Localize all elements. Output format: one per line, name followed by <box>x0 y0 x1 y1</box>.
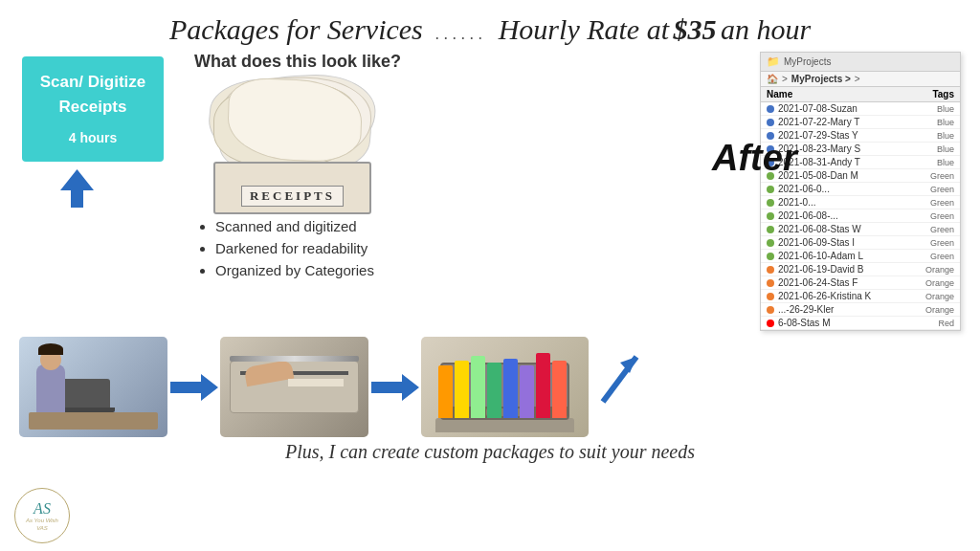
fb-row-tag: Green <box>930 198 954 208</box>
fb-row-dot <box>767 293 774 300</box>
logo-circle: AS As You Wish VAS <box>14 488 70 543</box>
fb-row-tag: Green <box>930 185 954 194</box>
footer: Plus, I can create custom packages to su… <box>0 437 980 463</box>
header-dots: ...... <box>434 24 486 43</box>
fb-row-dot <box>767 266 774 274</box>
fb-file-row[interactable]: ...-26-29-Kler Orange <box>761 303 960 317</box>
right-arrow-icon-1 <box>170 374 218 401</box>
header-packages: Packages for Services <box>169 13 423 45</box>
bullet-section: Scanned and digitized Darkened for reada… <box>185 218 374 284</box>
fb-file-row[interactable]: 2021-06-24-Stas F Orange <box>761 276 960 290</box>
fb-row-name: ...-26-29-Kler <box>778 304 925 315</box>
what-does-label: What does this look like? <box>194 52 401 72</box>
file-browser: 📁 MyProjects 🏠 > MyProjects > > Name Tag… <box>760 52 961 331</box>
fb-row-dot <box>767 253 774 260</box>
fb-row-name: 2021-08-23-Mary S <box>778 143 937 154</box>
service-name-line1: Scan/ Digitize <box>33 70 152 95</box>
fb-row-name: 2021-05-08-Dan M <box>778 170 930 181</box>
fb-row-dot <box>767 199 774 207</box>
fb-row-dot <box>767 226 774 233</box>
center-section: What does this look like? RECEIPTS Scann… <box>185 52 752 331</box>
fb-title-text: MyProjects <box>784 56 831 67</box>
fb-row-tag: Orange <box>925 305 954 315</box>
receipts-visual: RECEIPTS <box>194 76 395 214</box>
header-hourly: Hourly Rate at <box>499 13 669 45</box>
fb-row-name: 2021-07-08-Suzan <box>778 103 937 114</box>
breadcrumb-chevron: > <box>855 74 860 84</box>
fb-file-row[interactable]: 2021-06-08-Stas W Green <box>761 223 960 236</box>
teal-service-box: Scan/ Digitize Receipts 4 hours <box>22 56 164 162</box>
fb-titlebar: 📁 MyProjects <box>761 53 960 72</box>
fb-row-tag: Orange <box>925 292 954 301</box>
bullet-item-3: Organized by Categories <box>215 262 374 278</box>
fb-file-row[interactable]: 2021-0... Green <box>761 196 960 209</box>
fb-row-dot <box>767 186 774 193</box>
fb-row-name: 2021-06-26-Kristina K <box>778 291 925 301</box>
fb-file-row[interactable]: 2021-06-08-... Green <box>761 209 960 223</box>
fb-row-tag: Green <box>930 238 954 248</box>
fb-row-tag: Blue <box>937 144 954 154</box>
col-name: Name <box>767 89 792 99</box>
fb-row-name: 2021-08-31-Andy T <box>778 157 937 167</box>
fb-row-tag: Green <box>930 171 954 181</box>
fb-file-row[interactable]: 2021-06-19-David B Orange <box>761 263 960 276</box>
down-arrow-icon <box>60 169 94 208</box>
fb-breadcrumb: 🏠 > MyProjects > > <box>761 72 960 87</box>
fb-row-name: 2021-06-0... <box>778 184 930 194</box>
down-arrow <box>60 169 94 211</box>
fb-row-dot <box>767 279 774 287</box>
arrow-right-1 <box>167 374 220 401</box>
fb-row-tag: Blue <box>937 118 954 127</box>
scanner-photo <box>220 337 368 437</box>
fb-row-dot <box>767 239 774 247</box>
logo-initials: AS <box>33 500 51 518</box>
fb-file-row[interactable]: 2021-06-09-Stas I Green <box>761 236 960 250</box>
svg-marker-0 <box>60 169 94 208</box>
fb-row-tag: Blue <box>937 104 954 114</box>
laptop-folders-photo <box>421 337 589 437</box>
fb-row-tag: Blue <box>937 131 954 141</box>
fb-row-tag: Green <box>930 225 954 234</box>
fb-icon-folder: 📁 <box>767 55 780 68</box>
fb-row-name: 2021-06-08-... <box>778 210 930 221</box>
after-label: After <box>712 138 797 179</box>
fb-rows: 2021-07-08-Suzan Blue 2021-07-22-Mary T … <box>761 102 960 330</box>
fb-row-name: 2021-0... <box>778 197 930 208</box>
arrow-right-2 <box>368 374 421 401</box>
breadcrumb-path: > <box>782 74 788 84</box>
fb-row-tag: Green <box>930 211 954 221</box>
logo-brand-line2: VAS <box>36 525 48 531</box>
fb-row-name: 6-08-Stas M <box>778 318 938 328</box>
fb-file-row[interactable]: 2021-06-10-Adam L Green <box>761 250 960 263</box>
bullet-item-1: Scanned and digitized <box>215 218 374 234</box>
fb-row-dot <box>767 119 774 126</box>
header: Packages for Services ...... Hourly Rate… <box>0 0 980 52</box>
fb-file-row[interactable]: 2021-06-26-Kristina K Orange <box>761 290 960 303</box>
fb-row-dot <box>767 320 774 327</box>
logo: AS As You Wish VAS <box>14 488 70 543</box>
fb-file-row[interactable]: 6-08-Stas M Red <box>761 317 960 330</box>
fb-row-name: 2021-07-29-Stas Y <box>778 130 937 141</box>
right-arrow-icon-2 <box>371 374 419 401</box>
left-section: Scan/ Digitize Receipts 4 hours <box>14 52 177 331</box>
fb-file-row[interactable]: 2021-06-0... Green <box>761 183 960 196</box>
bullet-item-2: Darkened for readability <box>215 240 374 256</box>
fb-row-name: 2021-07-22-Mary T <box>778 117 937 127</box>
arrow-to-browser <box>589 344 646 430</box>
fb-row-tag: Red <box>938 319 954 328</box>
fb-row-tag: Green <box>930 252 954 261</box>
right-section: After 📁 MyProjects 🏠 > MyProjects > > Na… <box>760 52 966 331</box>
fb-row-name: 2021-06-09-Stas I <box>778 237 930 248</box>
footer-text: Plus, I can create custom packages to su… <box>285 441 695 462</box>
fb-row-tag: Blue <box>937 158 954 167</box>
fb-row-tag: Orange <box>925 265 954 275</box>
photo-row <box>0 331 980 437</box>
fb-file-row[interactable]: 2021-07-08-Suzan Blue <box>761 102 960 116</box>
diagonal-arrow-icon <box>593 349 641 407</box>
fb-file-row[interactable]: 2021-07-22-Mary T Blue <box>761 116 960 129</box>
fb-row-name: 2021-06-24-Stas F <box>778 277 925 288</box>
fb-row-dot <box>767 212 774 220</box>
svg-marker-2 <box>371 374 419 401</box>
service-name-line2: Receipts <box>33 95 152 120</box>
breadcrumb-folder: MyProjects > <box>791 74 851 84</box>
